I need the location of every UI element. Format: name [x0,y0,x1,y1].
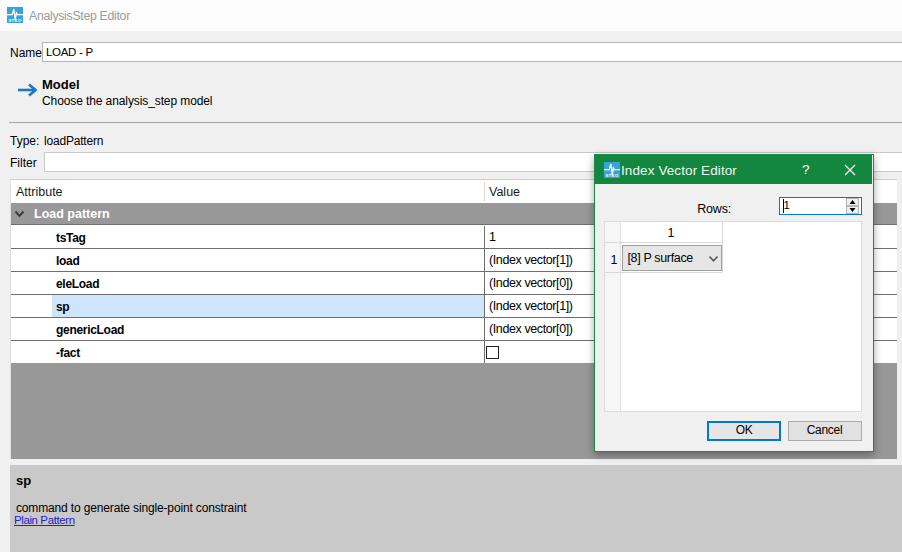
svg-text:STKO: STKO [8,18,22,23]
svg-text:STKO: STKO [605,172,619,177]
